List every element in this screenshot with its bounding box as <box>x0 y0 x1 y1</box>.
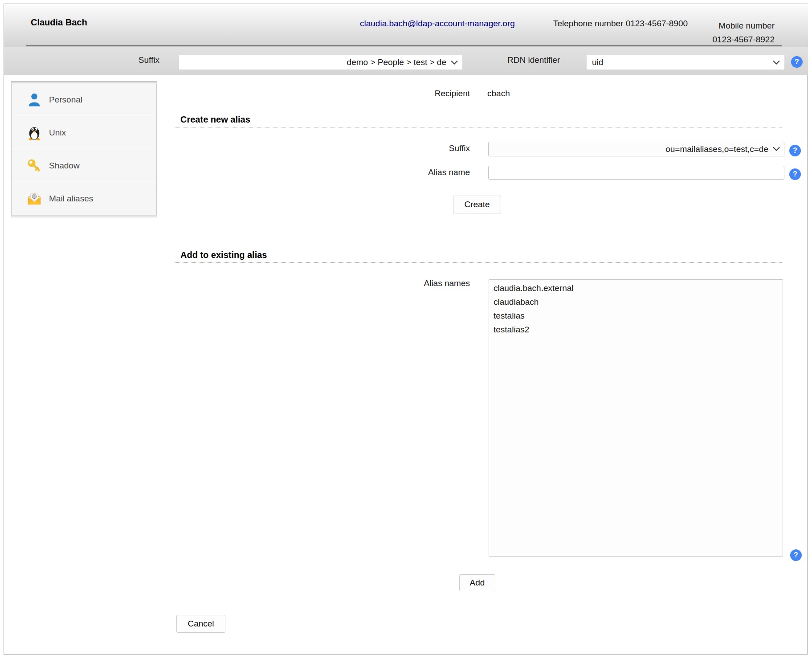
sidebar-item-mail-aliases[interactable]: @ Mail aliases <box>11 182 157 215</box>
alias-option[interactable]: testalias <box>489 309 783 323</box>
alias-name-label: Alias name <box>381 168 470 177</box>
chevron-down-icon <box>773 147 780 151</box>
create-suffix-select[interactable]: ou=mailaliases,o=test,c=de <box>488 142 784 156</box>
sidebar-item-label: Shadow <box>49 161 80 171</box>
help-icon[interactable]: ? <box>789 145 801 156</box>
header: Claudia Bach claudia.bach@ldap-account-m… <box>4 4 808 47</box>
rdn-select-value: uid <box>592 57 768 67</box>
rdn-identifier-label: RDN identifier <box>507 55 560 65</box>
cancel-button[interactable]: Cancel <box>176 615 225 633</box>
recipient-label: Recipient <box>381 89 470 98</box>
add-button[interactable]: Add <box>459 574 495 591</box>
mobile-number: Mobile number 0123-4567-8922 <box>659 19 775 46</box>
header-divider <box>26 45 782 46</box>
alias-option[interactable]: testalias2 <box>489 323 783 336</box>
alias-option[interactable]: claudia.bach.external <box>489 281 783 295</box>
suffix-select-value: demo > People > test > de <box>184 57 446 67</box>
chevron-down-icon <box>773 61 780 65</box>
sidebar-item-label: Personal <box>49 95 82 105</box>
sidebar-item-label: Unix <box>49 128 66 138</box>
sidebar-bottom-shadow <box>11 215 157 218</box>
sidebar: Personal Unix <box>11 81 157 218</box>
recipient-value: cbach <box>487 89 510 98</box>
svg-text:@: @ <box>33 194 37 199</box>
sidebar-item-personal[interactable]: Personal <box>11 83 157 116</box>
alias-names-listbox[interactable]: claudia.bach.externalclaudiabachtestalia… <box>489 279 783 557</box>
section-heading-add-to-existing-alias: Add to existing alias <box>180 250 267 260</box>
help-icon[interactable]: ? <box>790 549 802 561</box>
section-heading-create-new-alias: Create new alias <box>180 115 250 125</box>
help-icon[interactable]: ? <box>789 168 801 180</box>
mobile-value: 0123-4567-8922 <box>659 33 775 46</box>
sidebar-item-label: Mail aliases <box>49 194 93 204</box>
help-icon[interactable]: ? <box>791 56 803 68</box>
page-title: Claudia Bach <box>31 17 87 28</box>
email-link[interactable]: claudia.bach@ldap-account-manager.org <box>360 19 515 29</box>
suffix-select[interactable]: demo > People > test > de <box>179 55 462 70</box>
sidebar-item-unix[interactable]: Unix <box>11 116 157 149</box>
alias-names-label: Alias names <box>381 278 470 288</box>
penguin-icon <box>27 125 42 140</box>
create-suffix-label: Suffix <box>381 143 470 153</box>
sidebar-item-shadow[interactable]: Shadow <box>11 149 157 182</box>
telephone-label: Telephone number <box>553 19 623 28</box>
suffix-label: Suffix <box>89 55 159 65</box>
section-divider <box>174 127 782 127</box>
mobile-label: Mobile number <box>659 19 775 33</box>
alias-option[interactable]: claudiabach <box>489 295 783 309</box>
key-icon <box>27 158 42 173</box>
rdn-identifier-select[interactable]: uid <box>587 55 784 70</box>
alias-name-input[interactable] <box>488 166 784 180</box>
chevron-down-icon <box>451 61 458 65</box>
create-suffix-select-value: ou=mailaliases,o=test,c=de <box>494 144 768 154</box>
person-icon <box>27 92 42 107</box>
create-button[interactable]: Create <box>453 196 501 213</box>
mail-at-icon: @ <box>27 191 42 206</box>
section-divider <box>174 262 782 263</box>
